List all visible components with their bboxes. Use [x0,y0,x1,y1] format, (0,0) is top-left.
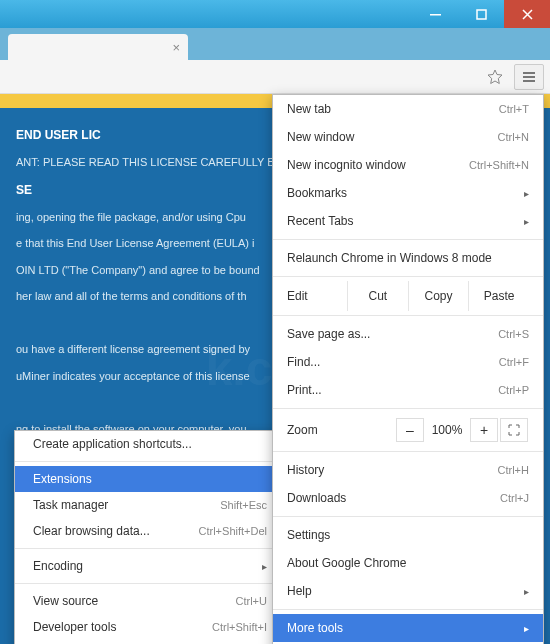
browser-tab[interactable]: × [8,34,188,60]
menu-label: New tab [287,102,331,116]
separator [273,276,543,277]
menu-label: Recent Tabs [287,214,354,228]
browser-toolbar [0,60,550,94]
menu-label: Developer tools [33,620,116,634]
chevron-right-icon: ▸ [524,216,529,227]
separator [15,583,285,584]
copy-button[interactable]: Copy [408,281,469,311]
menu-save-page[interactable]: Save page as...Ctrl+S [273,320,543,348]
menu-about[interactable]: About Google Chrome [273,549,543,577]
menu-label: Clear browsing data... [33,524,150,538]
shortcut: Ctrl+S [498,328,529,340]
menu-label: Settings [287,528,330,542]
menu-bookmarks[interactable]: Bookmarks▸ [273,179,543,207]
shortcut: Ctrl+P [498,384,529,396]
menu-label: Task manager [33,498,108,512]
separator [15,461,285,462]
menu-label: View source [33,594,98,608]
submenu-extensions[interactable]: Extensions [15,466,285,492]
shortcut: Ctrl+Shift+Del [199,525,267,537]
separator [273,609,543,610]
menu-label: About Google Chrome [287,556,406,570]
menu-label: Save page as... [287,327,370,341]
chevron-right-icon: ▸ [262,561,267,572]
zoom-in-button[interactable]: + [470,418,498,442]
submenu-dev-tools[interactable]: Developer toolsCtrl+Shift+I [15,614,285,640]
shortcut: Ctrl+N [498,131,529,143]
separator [273,408,543,409]
zoom-value: 100% [425,423,469,437]
cut-button[interactable]: Cut [347,281,408,311]
shortcut: Ctrl+F [499,356,529,368]
menu-label: Find... [287,355,320,369]
minimize-button[interactable] [412,0,458,28]
separator [273,451,543,452]
menu-label: Relaunch Chrome in Windows 8 mode [287,251,492,265]
menu-label: Encoding [33,559,83,573]
shortcut: Ctrl+Shift+I [212,621,267,633]
paste-button[interactable]: Paste [468,281,529,311]
menu-label: New incognito window [287,158,406,172]
svg-rect-3 [523,76,535,78]
menu-label: Create application shortcuts... [33,437,192,451]
menu-settings[interactable]: Settings [273,521,543,549]
menu-label: More tools [287,621,343,635]
svg-rect-0 [430,14,441,16]
window-titlebar [0,0,550,28]
svg-rect-1 [477,10,486,19]
separator [273,239,543,240]
submenu-task-manager[interactable]: Task managerShift+Esc [15,492,285,518]
chevron-right-icon: ▸ [524,623,529,634]
shortcut: Ctrl+J [500,492,529,504]
menu-print[interactable]: Print...Ctrl+P [273,376,543,404]
zoom-out-button[interactable]: – [396,418,424,442]
menu-label: Edit [287,289,347,303]
menu-relaunch[interactable]: Relaunch Chrome in Windows 8 mode [273,244,543,272]
menu-label: History [287,463,324,477]
tab-strip: × [0,28,550,60]
menu-history[interactable]: HistoryCtrl+H [273,456,543,484]
menu-find[interactable]: Find...Ctrl+F [273,348,543,376]
menu-label: Print... [287,383,322,397]
shortcut: Ctrl+H [498,464,529,476]
submenu-view-source[interactable]: View sourceCtrl+U [15,588,285,614]
submenu-clear-data[interactable]: Clear browsing data...Ctrl+Shift+Del [15,518,285,544]
submenu-create-shortcuts[interactable]: Create application shortcuts... [15,431,285,457]
menu-more-tools[interactable]: More tools▸ [273,614,543,642]
chevron-right-icon: ▸ [524,188,529,199]
bookmark-star-icon[interactable] [480,64,510,90]
shortcut: Shift+Esc [220,499,267,511]
separator [15,548,285,549]
fullscreen-button[interactable] [500,418,528,442]
chrome-main-menu: New tabCtrl+T New windowCtrl+N New incog… [272,94,544,644]
shortcut: Ctrl+T [499,103,529,115]
menu-new-window[interactable]: New windowCtrl+N [273,123,543,151]
separator [273,315,543,316]
separator [273,516,543,517]
shortcut: Ctrl+U [236,595,267,607]
submenu-js-console[interactable]: JavaScript consoleCtrl+Shift+J [15,640,285,644]
chevron-right-icon: ▸ [524,586,529,597]
menu-label: New window [287,130,354,144]
tab-close-icon[interactable]: × [172,40,180,55]
svg-rect-4 [523,80,535,82]
menu-edit-row: Edit Cut Copy Paste [273,281,543,311]
chrome-menu-button[interactable] [514,64,544,90]
menu-label: Bookmarks [287,186,347,200]
menu-recent-tabs[interactable]: Recent Tabs▸ [273,207,543,235]
menu-label: Extensions [33,472,92,486]
menu-zoom-row: Zoom – 100% + [273,413,543,447]
menu-label: Zoom [287,423,347,437]
menu-incognito[interactable]: New incognito windowCtrl+Shift+N [273,151,543,179]
more-tools-submenu: Create application shortcuts... Extensio… [14,430,286,644]
menu-label: Help [287,584,312,598]
menu-help[interactable]: Help▸ [273,577,543,605]
shortcut: Ctrl+Shift+N [469,159,529,171]
menu-label: Downloads [287,491,346,505]
menu-new-tab[interactable]: New tabCtrl+T [273,95,543,123]
close-button[interactable] [504,0,550,28]
maximize-button[interactable] [458,0,504,28]
menu-downloads[interactable]: DownloadsCtrl+J [273,484,543,512]
svg-rect-2 [523,72,535,74]
submenu-encoding[interactable]: Encoding▸ [15,553,285,579]
